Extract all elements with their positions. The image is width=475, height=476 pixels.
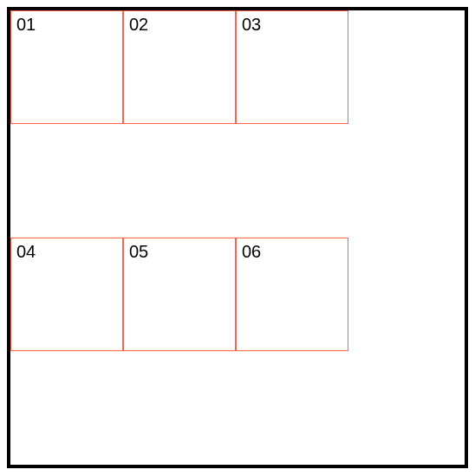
- spacer-row-bottom: [10, 351, 465, 465]
- cell-label: 01: [16, 15, 36, 34]
- cell-label: 05: [129, 242, 148, 261]
- grid-cell-05: 05: [123, 238, 236, 351]
- cell-label: 03: [242, 15, 261, 34]
- grid-cell-04: 04: [10, 238, 123, 351]
- grid-cell-01: 01: [10, 10, 123, 124]
- cell-label: 06: [242, 242, 261, 261]
- grid-row-1: 01 02 03: [10, 10, 465, 124]
- grid-cell-03: 03: [236, 10, 348, 124]
- grid-cell-02: 02: [123, 10, 236, 124]
- grid-row-2: 04 05 06: [10, 238, 465, 351]
- cell-label: 04: [16, 242, 36, 261]
- grid-cell-06: 06: [236, 238, 348, 351]
- spacer-row: [10, 124, 465, 238]
- grid-container: 01 02 03 04 05 06: [7, 7, 468, 468]
- cell-label: 02: [129, 15, 148, 34]
